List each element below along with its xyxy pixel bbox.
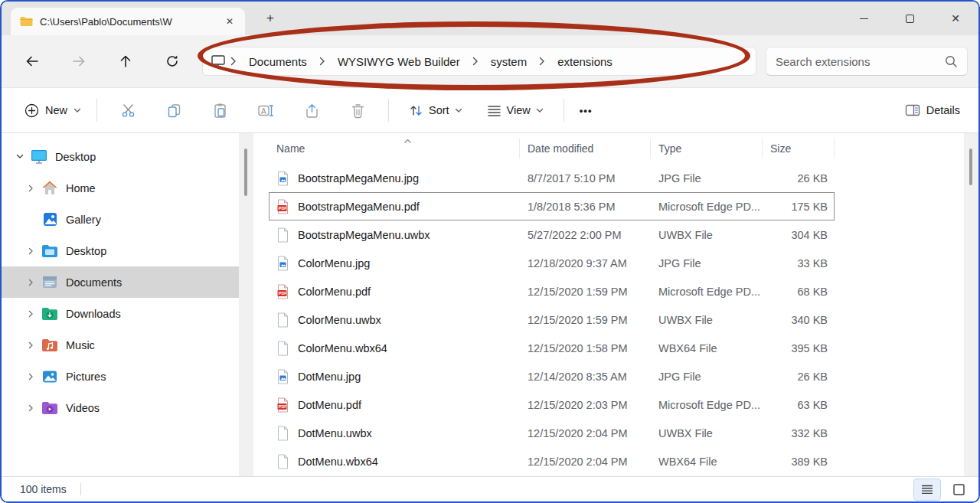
chevron-right-icon[interactable] [24, 404, 37, 412]
sidebar-item-documents[interactable]: Documents [2, 266, 239, 298]
more-options-button[interactable]: ••• [572, 100, 600, 121]
refresh-button[interactable] [155, 46, 189, 77]
file-row[interactable]: PDFColorMenu.pdf 12/15/2020 1:59 PM Micr… [269, 277, 835, 305]
share-button[interactable] [295, 95, 328, 126]
copy-button[interactable] [157, 95, 191, 126]
sidebar-item-label: Desktop [55, 151, 96, 163]
up-button[interactable] [109, 46, 142, 77]
file-row[interactable]: DotMenu.wbx64 12/15/2020 2:04 PM WBX64 F… [269, 447, 835, 475]
back-button[interactable] [15, 46, 49, 77]
status-divider [80, 483, 81, 495]
details-pane-button[interactable]: Details [897, 98, 968, 122]
sidebar-item-videos[interactable]: Videos [2, 392, 239, 423]
trash-icon [350, 103, 366, 119]
column-header-size[interactable]: Size [762, 139, 835, 158]
sidebar-item-downloads[interactable]: Downloads [2, 298, 239, 329]
file-size: 395 KB [763, 342, 835, 354]
breadcrumb-wysiwyg-web-builder[interactable]: WYSIWYG Web Builder [330, 52, 468, 71]
sidebar-item-music[interactable]: Music [2, 329, 239, 361]
maximize-icon [906, 15, 914, 23]
close-icon: ✕ [951, 12, 960, 24]
maximize-button[interactable] [887, 3, 933, 34]
sidebar-item-desktop[interactable]: Desktop [2, 235, 239, 266]
this-pc-monitor-icon [211, 54, 226, 68]
breadcrumb-documents[interactable]: Documents [241, 52, 315, 71]
file-type: UWBX File [651, 427, 763, 439]
file-type: WBX64 File [651, 456, 763, 468]
delete-button[interactable] [341, 95, 374, 126]
view-button[interactable]: View [479, 99, 551, 122]
file-type: JPG File [651, 371, 763, 383]
file-date: 12/18/2020 9:37 AM [520, 257, 651, 269]
sidebar-item-gallery[interactable]: Gallery [2, 204, 239, 235]
forward-button[interactable] [62, 46, 96, 77]
search-box[interactable] [766, 47, 968, 76]
titlebar: C:\Users\Pablo\Documents\W ✕ + ✕ [2, 2, 978, 35]
search-input[interactable] [776, 55, 944, 68]
file-list-scrollbar[interactable] [964, 133, 978, 476]
sidebar-scrollbar-thumb[interactable] [244, 149, 247, 196]
new-button[interactable]: New [17, 98, 89, 123]
details-view-button[interactable] [913, 479, 941, 501]
paste-button[interactable] [203, 95, 237, 126]
file-row[interactable]: PDFDotMenu.pdf 12/15/2020 2:03 PM Micros… [269, 390, 835, 419]
file-size: 304 KB [763, 229, 835, 241]
file-row-selected[interactable]: PDFBootstrapMegaMenu.pdf 1/8/2018 5:36 P… [269, 192, 835, 220]
chevron-right-icon[interactable] [24, 185, 37, 192]
back-arrow-icon [24, 54, 40, 69]
pictures-icon [41, 369, 58, 384]
sidebar-item-home[interactable]: Home [2, 172, 239, 204]
tab-close-icon[interactable]: ✕ [222, 15, 237, 28]
chevron-down-icon[interactable] [14, 154, 26, 159]
downloads-folder-icon [41, 306, 58, 322]
forward-arrow-icon [71, 54, 87, 69]
chevron-right-icon[interactable] [24, 247, 37, 255]
sidebar-scrollbar[interactable] [239, 133, 253, 476]
file-row[interactable]: ColorMenu.jpg 12/18/2020 9:37 AM JPG Fil… [269, 249, 835, 277]
address-bar[interactable]: Documents WYSIWYG Web Builder system ext… [202, 47, 756, 76]
plus-circle-icon [24, 103, 39, 118]
chevron-right-icon[interactable] [24, 341, 37, 349]
sort-button[interactable]: Sort [401, 98, 470, 123]
folder-icon [20, 16, 33, 27]
file-date: 12/15/2020 1:59 PM [520, 286, 651, 298]
column-header-name[interactable]: Name [269, 139, 519, 158]
view-button-label: View [507, 104, 531, 116]
breadcrumb-system[interactable]: system [483, 52, 535, 71]
refresh-icon [165, 54, 180, 69]
sidebar-item-pictures[interactable]: Pictures [2, 361, 239, 392]
explorer-body: Desktop Home Gallery Desktop Documents [2, 133, 978, 476]
column-header-date-modified[interactable]: Date modified [519, 139, 650, 158]
pdf-file-icon: PDF [276, 284, 289, 299]
file-row[interactable]: ColorMenu.wbx64 12/15/2020 1:58 PM WBX64… [269, 334, 835, 362]
svg-text:PDF: PDF [279, 291, 287, 296]
explorer-tab[interactable]: C:\Users\Pablo\Documents\W ✕ [11, 8, 245, 35]
chevron-right-icon[interactable] [24, 373, 37, 381]
file-name: DotMenu.jpg [298, 371, 361, 383]
close-button[interactable]: ✕ [933, 3, 978, 34]
file-type: JPG File [651, 257, 763, 269]
file-row[interactable]: BootstrapMegaMenu.uwbx 5/27/2022 2:00 PM… [269, 220, 835, 249]
sidebar-item-desktop-root[interactable]: Desktop [2, 141, 239, 172]
documents-folder-icon [41, 275, 58, 290]
minimize-button[interactable] [841, 3, 887, 34]
chevron-right-icon[interactable] [24, 310, 37, 318]
file-type: WBX64 File [651, 342, 763, 354]
music-folder-icon [41, 338, 58, 353]
cut-button[interactable] [111, 95, 145, 126]
search-icon[interactable] [944, 54, 958, 68]
minimize-icon [860, 18, 868, 19]
chevron-right-icon[interactable] [24, 279, 37, 286]
file-type: Microsoft Edge PD... [651, 399, 763, 411]
tab-title: C:\Users\Pablo\Documents\W [40, 16, 215, 28]
file-row[interactable]: ColorMenu.uwbx 12/15/2020 1:59 PM UWBX F… [269, 305, 835, 334]
file-row[interactable]: DotMenu.jpg 12/14/2020 8:35 AM JPG File … [269, 362, 835, 390]
file-row[interactable]: BootstrapMegaMenu.jpg 8/7/2017 5:10 PM J… [269, 164, 835, 192]
file-row[interactable]: DotMenu.uwbx 12/15/2020 2:04 PM UWBX Fil… [269, 419, 835, 447]
column-header-type[interactable]: Type [650, 139, 762, 158]
icons-view-button[interactable] [945, 479, 972, 501]
file-list-scrollbar-thumb[interactable] [969, 149, 972, 185]
breadcrumb-extensions[interactable]: extensions [550, 52, 620, 71]
new-tab-button[interactable]: + [260, 11, 280, 26]
rename-button[interactable]: A [249, 95, 283, 126]
